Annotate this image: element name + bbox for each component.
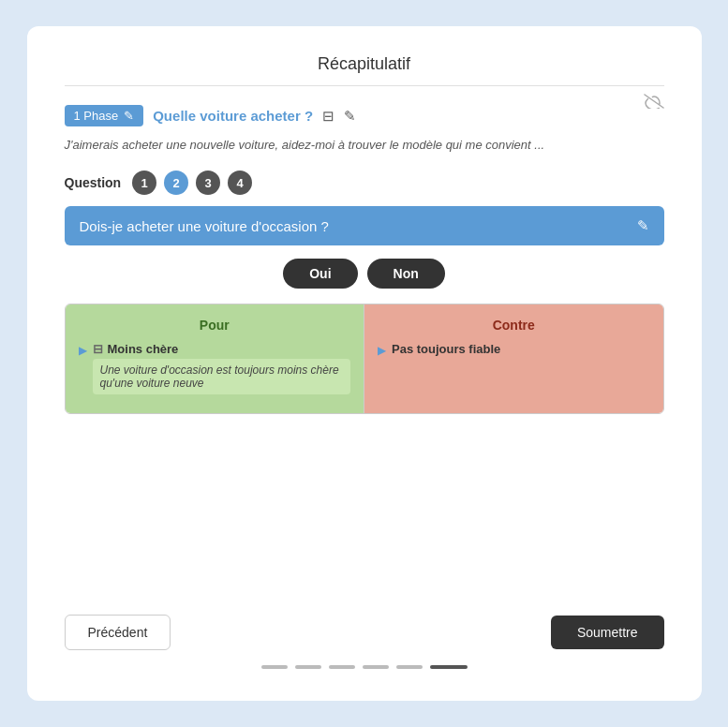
cons-item-1: ▶ Pas toujours fiable [378, 342, 650, 357]
q-num-1[interactable]: 1 [132, 171, 156, 195]
pros-header: Pour [79, 318, 351, 333]
q-num-2[interactable]: 2 [164, 171, 188, 195]
cons-arrow-icon: ▶ [378, 344, 386, 357]
phase-edit-icon: ✎ [124, 109, 134, 123]
question-title-link[interactable]: Quelle voiture acheter ? [153, 108, 313, 124]
q-num-4[interactable]: 4 [228, 171, 252, 195]
oui-button[interactable]: Oui [283, 259, 357, 289]
progress-dot-4 [363, 665, 389, 669]
pros-cons-table: Pour ▶ ⊟ Moins chère Une voiture d'occas… [65, 304, 664, 414]
edit-button[interactable]: ✎ [344, 108, 356, 125]
card-title: Récapitulatif [65, 54, 664, 86]
current-question-text: Dois-je acheter une voiture d'occasion ? [80, 218, 329, 234]
question-nav: Question 1 2 3 4 [65, 171, 664, 195]
question-title-text: Quelle voiture acheter ? [153, 108, 313, 124]
footer-nav: Précédent Soumettre [65, 596, 664, 650]
pros-item-desc: Une voiture d'occasion est toujours moin… [93, 359, 351, 394]
pros-minus-icon: ⊟ [93, 342, 103, 356]
phase-label: 1 Phase [74, 109, 119, 123]
pros-item-title-text: Moins chère [108, 342, 179, 356]
q-num-3[interactable]: 3 [196, 171, 220, 195]
precedent-button[interactable]: Précédent [65, 615, 171, 650]
progress-dot-6 [430, 665, 468, 669]
pros-item-title: ⊟ Moins chère [93, 342, 351, 356]
cons-item-title: Pas toujours fiable [392, 342, 500, 356]
soumettre-button[interactable]: Soumettre [551, 616, 664, 649]
pros-item-content: ⊟ Moins chère Une voiture d'occasion est… [93, 342, 351, 394]
pros-arrow-icon: ▶ [79, 344, 87, 357]
progress-dot-5 [396, 665, 423, 669]
cons-item-title-text: Pas toujours fiable [392, 342, 500, 356]
cons-header: Contre [378, 318, 650, 333]
phase-badge[interactable]: 1 Phase ✎ [65, 105, 144, 126]
progress-dot-2 [295, 665, 321, 669]
hide-icon[interactable] [644, 92, 664, 113]
main-card: Récapitulatif 1 Phase ✎ Quelle voiture a… [27, 26, 702, 701]
phase-row: 1 Phase ✎ Quelle voiture acheter ? ⊟ ✎ [65, 105, 664, 126]
subtitle: J'aimerais acheter une nouvelle voiture,… [65, 138, 664, 152]
progress-dots [65, 650, 664, 673]
question-box: Dois-je acheter une voiture d'occasion ?… [65, 206, 664, 245]
cons-item-content: Pas toujours fiable [392, 342, 500, 356]
pros-item-1: ▶ ⊟ Moins chère Une voiture d'occasion e… [79, 342, 351, 394]
cons-column: Contre ▶ Pas toujours fiable [364, 304, 663, 413]
progress-dot-1 [261, 665, 288, 669]
current-question-edit[interactable]: ✎ [637, 217, 649, 234]
pros-column: Pour ▶ ⊟ Moins chère Une voiture d'occas… [66, 304, 364, 413]
non-button[interactable]: Non [367, 259, 445, 289]
answer-buttons: Oui Non [65, 259, 664, 289]
minus-button[interactable]: ⊟ [322, 108, 334, 125]
progress-dot-3 [329, 665, 355, 669]
question-nav-label: Question [65, 175, 122, 190]
